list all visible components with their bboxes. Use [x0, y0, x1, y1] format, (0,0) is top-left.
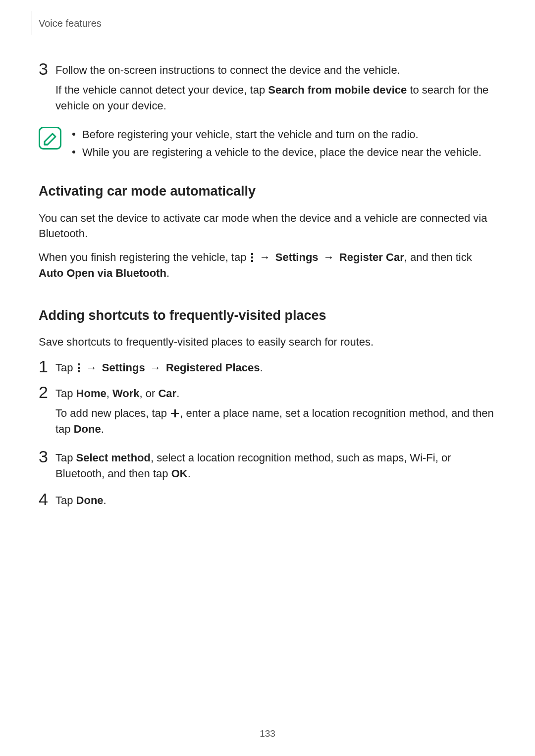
- note-list: Before registering your vehicle, start t…: [72, 127, 496, 162]
- step3-sub: If the vehicle cannot detect your device…: [55, 82, 496, 114]
- note-block: Before registering your vehicle, start t…: [39, 127, 496, 162]
- page-content: 3 Follow the on-screen instructions to c…: [39, 62, 496, 508]
- step-4: 4 Tap Done.: [39, 493, 496, 508]
- arrow-icon: →: [86, 361, 97, 374]
- document-page: Voice features 3 Follow the on-screen in…: [0, 0, 535, 756]
- step2-sub-end: .: [101, 423, 104, 435]
- step-number: 2: [39, 384, 55, 401]
- sectionA-p2c: .: [166, 267, 169, 279]
- step-2: 2 Tap Home, Work, or Car.: [39, 386, 496, 402]
- step-body: Tap → Settings → Registered Places.: [55, 360, 496, 376]
- step1-places: Registered Places: [166, 361, 260, 374]
- sectionB-p1: Save shortcuts to frequently-visited pla…: [39, 334, 496, 350]
- step-body: Tap Done.: [55, 493, 496, 508]
- step2-sub-pre: To add new places, tap: [55, 407, 170, 419]
- sectionA-register: Register Car: [339, 251, 404, 263]
- sectionA-settings: Settings: [275, 251, 319, 263]
- sectionA-p2a: When you finish registering the vehicle,…: [39, 251, 250, 263]
- step3-line2a: If the vehicle cannot detect your device…: [55, 84, 268, 96]
- step3-ok: OK: [171, 467, 188, 480]
- step-body: Follow the on-screen instructions to con…: [55, 62, 496, 78]
- step3-select: Select method: [76, 452, 151, 464]
- running-header: Voice features: [39, 15, 496, 37]
- header-rule-inner: [32, 11, 32, 35]
- arrow-icon: →: [323, 251, 334, 263]
- step4-end: .: [104, 494, 107, 506]
- step3-pre: Tap: [55, 452, 76, 464]
- step3-line1: Follow the on-screen instructions to con…: [55, 64, 400, 76]
- step2-done: Done: [74, 423, 101, 435]
- step-number: 4: [39, 491, 55, 507]
- sectionA-p1: You can set the device to activate car m…: [39, 210, 496, 242]
- heading-shortcuts: Adding shortcuts to frequently-visited p…: [39, 306, 496, 325]
- header-rule-outer: [27, 6, 27, 37]
- note-icon: [39, 127, 61, 150]
- header-section-title: Voice features: [39, 18, 102, 29]
- step3-end: .: [188, 467, 191, 480]
- note-icon-wrap: [39, 127, 68, 150]
- step4-done: Done: [76, 494, 104, 506]
- step2-sub: To add new places, tap , enter a place n…: [55, 405, 496, 437]
- step-number: 3: [39, 60, 55, 77]
- step-number: 3: [39, 448, 55, 465]
- note-text-1: Before registering your vehicle, start t…: [82, 127, 419, 143]
- note-item-1: Before registering your vehicle, start t…: [72, 127, 496, 143]
- step-3-intro: 3 Follow the on-screen instructions to c…: [39, 62, 496, 78]
- more-options-icon: [77, 363, 80, 372]
- step3-bold: Search from mobile device: [268, 84, 407, 96]
- step2-work: Work: [112, 387, 140, 400]
- step-body: Tap Select method, select a location rec…: [55, 450, 496, 482]
- step2-car: Car: [158, 387, 176, 400]
- step2-or: , or: [140, 387, 159, 400]
- arrow-icon: →: [260, 251, 270, 263]
- step1-end: .: [260, 361, 263, 374]
- sectionA-p2: When you finish registering the vehicle,…: [39, 250, 496, 281]
- bullet-icon: [72, 133, 75, 136]
- step1-pre: Tap: [55, 361, 76, 374]
- arrow-icon: →: [150, 361, 161, 374]
- step-3: 3 Tap Select method, select a location r…: [39, 450, 496, 482]
- heading-activating: Activating car mode automatically: [39, 182, 496, 201]
- step-1: 1 Tap → Settings → Registered Places.: [39, 360, 496, 376]
- bullet-icon: [72, 151, 75, 153]
- step1-settings: Settings: [102, 361, 145, 374]
- plus-icon: [171, 409, 179, 417]
- step2-home: Home: [76, 387, 107, 400]
- step2-pre: Tap: [55, 387, 76, 400]
- step-body: Tap Home, Work, or Car.: [55, 386, 496, 402]
- step-number: 1: [39, 358, 55, 375]
- more-options-icon: [251, 253, 254, 262]
- step2-end: .: [176, 387, 179, 400]
- note-item-2: While you are registering a vehicle to t…: [72, 145, 496, 160]
- sectionA-bold: Auto Open via Bluetooth: [39, 267, 166, 279]
- step4-pre: Tap: [55, 494, 76, 506]
- note-text-2: While you are registering a vehicle to t…: [82, 145, 482, 160]
- sectionA-p2b: , and then tick: [404, 251, 472, 263]
- page-number: 133: [0, 728, 535, 739]
